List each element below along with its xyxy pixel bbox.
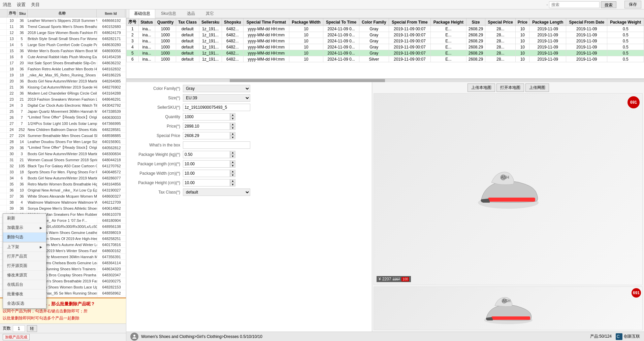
row-checkbox[interactable] — [0, 78, 7, 84]
context-menu-item[interactable]: 删除勾选 — [3, 233, 46, 242]
horizontal-scrollbar[interactable] — [126, 79, 644, 82]
row-checkbox[interactable] — [0, 84, 7, 90]
table-row[interactable]: 2771/2/4Pcs Solar Light 100 Leds Solar L… — [0, 121, 126, 127]
table-row[interactable]: 346Boots Girl New Autumn/Winter 2019 Mar… — [0, 175, 126, 181]
table-row[interactable]: 1720Hot Sale Sport Shoes Breathable Slip… — [0, 60, 126, 66]
pkg-length-down[interactable]: ▼ — [230, 164, 235, 168]
row-checkbox[interactable] — [0, 187, 7, 193]
row-checkbox[interactable] — [0, 48, 7, 54]
sku-row[interactable]: 1ina...1000default1z_191...6482...yyyy-M… — [127, 26, 644, 32]
row-checkbox[interactable] — [0, 102, 7, 108]
row-checkbox[interactable] — [0, 72, 7, 78]
table-row[interactable]: 12362018 Large Size Women Boots Fashion … — [0, 30, 126, 36]
row-checkbox[interactable] — [0, 60, 7, 66]
context-menu-item[interactable]: 打开产品页 — [3, 252, 46, 261]
context-menu-item[interactable]: 打开源页面 — [3, 261, 46, 271]
row-checkbox[interactable] — [0, 36, 7, 41]
size-select[interactable]: EU:39 EU:40 EU:41 EU:42 — [183, 94, 250, 102]
search-button[interactable]: 搜索 — [601, 1, 616, 8]
table-row[interactable]: 24252New Children Ballroom Dance Shoes K… — [0, 127, 126, 133]
tab-sku[interactable]: Sku信息 — [156, 9, 181, 18]
menu-item-category[interactable]: 关目 — [31, 2, 40, 8]
row-checkbox[interactable] — [0, 42, 7, 47]
upload-web-image-button[interactable]: 上传网图 — [525, 83, 549, 92]
row-checkbox[interactable] — [0, 193, 7, 199]
price-down[interactable]: ▼ — [230, 126, 235, 130]
sku-row[interactable]: 3ina...1000default1z_191...6482...yyyy-M… — [127, 38, 644, 44]
context-menu-item[interactable]: 全选/反选 — [3, 299, 46, 308]
context-menu-item[interactable]: 修改来源页 — [3, 271, 46, 280]
row-checkbox[interactable] — [0, 127, 7, 132]
row-checkbox[interactable] — [0, 133, 7, 138]
quantity-input[interactable] — [183, 113, 230, 121]
row-checkbox[interactable] — [0, 157, 7, 163]
table-row[interactable]: 2936*Limited Time Offer*【Ready Stock】Ori… — [0, 145, 126, 151]
tax-class-select[interactable]: default — [183, 189, 250, 196]
row-checkbox[interactable] — [0, 175, 7, 181]
sku-row[interactable]: 6ina...1000default1z_191...6482...yyyy-M… — [127, 56, 644, 62]
pkg-height-input[interactable] — [183, 179, 230, 186]
row-checkbox[interactable] — [0, 205, 7, 211]
price-input[interactable] — [183, 123, 230, 130]
upload-local-image-button[interactable]: 上传本地图 — [468, 83, 495, 92]
sku-row[interactable]: 2ina...1000default1z_191...6482...yyyy-M… — [127, 32, 644, 38]
go-button[interactable]: 转 — [27, 325, 37, 332]
table-row[interactable]: 3736White Shoes Alexande Mcquen Women Me… — [0, 193, 126, 199]
quantity-up[interactable]: ▲ — [230, 113, 235, 117]
special-price-down[interactable]: ▼ — [230, 136, 235, 139]
scroll-thumb[interactable] — [230, 79, 385, 82]
menu-item-settings[interactable]: 设置 — [17, 2, 26, 8]
context-menu-item[interactable]: 刷新 — [3, 214, 46, 223]
context-menu-item[interactable]: 批量修改 — [3, 289, 46, 299]
quantity-down[interactable]: ▼ — [230, 117, 235, 121]
pkg-height-up[interactable]: ▲ — [230, 179, 235, 183]
table-row[interactable]: 1836Fashion Retro Ankle Leather Men Boot… — [0, 66, 126, 72]
context-menu-item[interactable]: 加载显示▶ — [3, 223, 46, 233]
row-checkbox[interactable] — [0, 30, 7, 35]
page-input[interactable] — [13, 325, 25, 332]
table-row[interactable]: 3536Retro Martin Women Boots Breathable … — [0, 181, 126, 187]
pkg-length-up[interactable]: ▲ — [230, 160, 235, 164]
table-row[interactable]: 1136Trend Casual Sports Men's Shoes Brea… — [0, 24, 126, 30]
sku-row[interactable]: 5ina...1000default1z_191...6482...yyyy-M… — [127, 50, 644, 56]
row-checkbox[interactable] — [0, 139, 7, 144]
seller-sku-input[interactable] — [183, 104, 250, 111]
special-price-input[interactable] — [183, 132, 230, 139]
table-row[interactable]: 1036Leather Women's Slippers 2018 Summer… — [0, 18, 126, 24]
table-row[interactable]: 257Japan Quartz Movement 36Mm Hannah Mar… — [0, 108, 126, 114]
search-input[interactable] — [549, 1, 600, 8]
pkg-height-down[interactable]: ▼ — [230, 183, 235, 186]
tab-other[interactable]: 其它 — [201, 9, 219, 18]
row-checkbox[interactable] — [0, 96, 7, 102]
table-row[interactable]: 267*Limited Time Offer*【Ready Stock】Orig… — [0, 114, 126, 121]
pkg-width-input[interactable] — [183, 170, 230, 177]
row-checkbox[interactable] — [0, 121, 7, 126]
table-row[interactable]: 2236Modern Led Chandelier 6Rings Circle … — [0, 90, 126, 96]
table-row[interactable]: 23212019 Fashion Sneakers Women Fashion … — [0, 96, 126, 102]
row-checkbox[interactable] — [0, 54, 7, 60]
table-row[interactable]: 243Digital Car Clock Auto Electronic Wat… — [0, 102, 126, 108]
pkg-weight-up[interactable]: ▲ — [230, 151, 235, 155]
table-row[interactable]: 145Large Size Plush Comfort Code Couple … — [0, 42, 126, 48]
table-row[interactable]: 303Boots Girl New Autumn/Winter 2019 Mar… — [0, 151, 126, 157]
table-row[interactable]: 3610Original New Arrival _nike_ Xvi Low … — [0, 187, 126, 193]
tab-select[interactable]: 选品 — [182, 9, 200, 18]
pkg-length-input[interactable] — [183, 160, 230, 168]
table-row[interactable]: 1536Winter Men's Boots Fashion Warm Boot… — [0, 48, 126, 54]
table-row[interactable]: 2036Boots Girl New Autumn/Winter 2019 Ma… — [0, 78, 126, 84]
table-row[interactable]: 135British Style Small Small Shoes For W… — [0, 36, 126, 42]
row-checkbox[interactable] — [0, 145, 7, 150]
pkg-width-up[interactable]: ▲ — [230, 170, 235, 173]
row-checkbox[interactable] — [0, 169, 7, 175]
pkg-width-down[interactable]: ▼ — [230, 173, 235, 177]
row-checkbox[interactable] — [0, 181, 7, 187]
row-checkbox[interactable] — [0, 24, 7, 29]
table-row[interactable]: 3936Sonya Degree Men's Shoes Athletic Sh… — [0, 205, 126, 211]
menu-item-msg[interactable]: 消息 — [3, 2, 11, 8]
row-checkbox[interactable] — [0, 108, 7, 114]
tab-basic[interactable]: 基础信息 — [129, 9, 155, 18]
row-checkbox[interactable] — [0, 66, 7, 72]
table-row[interactable]: 168Cute Animal Rabbit Hats Plush Moving … — [0, 54, 126, 60]
row-checkbox[interactable] — [0, 151, 7, 157]
color-family-select[interactable]: Gray Silver Black White — [183, 85, 250, 92]
